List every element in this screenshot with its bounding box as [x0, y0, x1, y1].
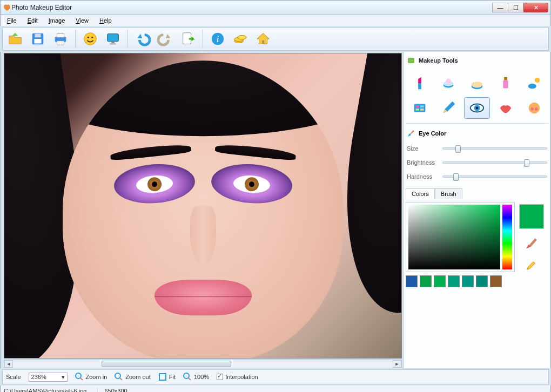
svg-point-8 [91, 37, 93, 38]
svg-point-28 [535, 78, 540, 83]
zoom-in-button[interactable]: Zoom in [75, 373, 107, 381]
swatch[interactable] [462, 275, 474, 287]
makeup-tools-header: Makeup Tools [406, 54, 548, 67]
swatch[interactable] [434, 275, 446, 287]
svg-rect-31 [415, 105, 419, 107]
swatch[interactable] [420, 275, 432, 287]
tool-bottle[interactable] [493, 72, 519, 94]
scale-label: Scale [6, 374, 21, 380]
paintbrush-icon[interactable] [525, 236, 539, 251]
svg-point-23 [446, 79, 451, 84]
suntan-icon [526, 75, 542, 91]
svg-point-42 [115, 373, 120, 379]
svg-text:i: i [217, 34, 219, 44]
scroll-thumb[interactable] [102, 361, 231, 367]
zoom-out-button[interactable]: Zoom out [115, 373, 150, 381]
fit-button[interactable]: Fit [158, 373, 176, 381]
scroll-right-arrow[interactable]: ► [393, 360, 401, 368]
scale-value: 236% [31, 374, 46, 380]
powder-icon [440, 75, 456, 91]
tool-lips[interactable] [493, 97, 519, 119]
size-label: Size [407, 145, 439, 152]
svg-rect-4 [57, 33, 64, 38]
horizontal-scrollbar[interactable]: ◄ ► [4, 360, 402, 368]
home-icon [255, 31, 271, 47]
tab-colors[interactable]: Colors [406, 188, 435, 199]
photo-canvas[interactable] [4, 53, 402, 359]
interpolation-checkbox[interactable]: Interpolation [217, 374, 258, 380]
svg-point-41 [76, 373, 81, 379]
svg-rect-32 [420, 105, 424, 107]
effects-button[interactable] [80, 29, 100, 49]
color-picker [406, 202, 515, 272]
svg-rect-43 [159, 374, 166, 380]
menu-edit[interactable]: Edit [23, 16, 42, 25]
svg-rect-33 [415, 109, 419, 111]
undo-button[interactable] [132, 29, 153, 49]
svg-rect-19 [408, 58, 414, 63]
swatch[interactable] [476, 275, 488, 287]
tool-powder[interactable] [435, 72, 461, 94]
menu-image[interactable]: Image [44, 16, 70, 25]
close-button[interactable]: ✕ [523, 3, 548, 12]
export-button[interactable] [178, 29, 198, 49]
menu-help[interactable]: Help [95, 16, 116, 25]
color-swatches [406, 272, 515, 290]
tool-foundation[interactable] [464, 72, 489, 94]
svg-rect-30 [414, 104, 425, 112]
svg-rect-2 [35, 34, 41, 38]
eyeshadow-icon [412, 100, 428, 116]
size-slider[interactable] [442, 147, 547, 150]
scale-combo[interactable]: 236% ▾ [29, 373, 68, 382]
hardness-slider-row: Hardness [406, 171, 548, 182]
zoom-bar: Scale 236% ▾ Zoom in Zoom out Fit 100% I… [2, 369, 549, 384]
svg-rect-20 [418, 83, 421, 89]
maximize-button[interactable]: ☐ [508, 3, 524, 12]
print-button[interactable] [50, 29, 71, 49]
info-button[interactable]: i [207, 29, 228, 49]
brightness-label: Brightness [407, 159, 439, 166]
hue-slider[interactable] [502, 205, 512, 269]
home-button[interactable] [253, 29, 273, 49]
canvas-area: ◄ ► [1, 52, 404, 368]
svg-point-38 [529, 103, 540, 114]
tab-brush[interactable]: Brush [435, 188, 462, 199]
svg-rect-26 [503, 80, 508, 88]
hundred-button[interactable]: 100% [183, 373, 209, 381]
tool-pencil[interactable] [435, 97, 461, 119]
tool-lipstick[interactable] [407, 72, 432, 94]
menu-file[interactable]: File [3, 16, 21, 25]
info-icon: i [210, 31, 226, 47]
eyedropper-icon[interactable] [525, 258, 539, 272]
svg-rect-9 [107, 34, 119, 42]
hardness-slider[interactable] [442, 175, 547, 178]
swatch[interactable] [448, 275, 460, 287]
svg-rect-10 [111, 42, 115, 44]
tool-eye-color[interactable] [464, 97, 489, 119]
status-bar: C:\Users\AMS\Pictures\sli-6.jpg 650x300 [0, 386, 551, 392]
swatch[interactable] [406, 275, 418, 287]
chevron-down-icon: ▾ [62, 374, 65, 381]
swatch[interactable] [490, 275, 502, 287]
brightness-slider[interactable] [442, 161, 547, 164]
scroll-left-arrow[interactable]: ◄ [4, 360, 13, 368]
lips-icon [498, 100, 514, 116]
screen-button[interactable] [103, 29, 123, 49]
tool-eyeshadow[interactable] [407, 97, 432, 119]
menu-view[interactable]: View [71, 16, 93, 25]
svg-point-29 [528, 84, 536, 89]
redo-icon [157, 31, 173, 47]
purchase-button[interactable] [230, 29, 251, 49]
tool-suntan[interactable] [522, 72, 547, 94]
sv-picker[interactable] [408, 205, 500, 269]
eye-icon [469, 100, 485, 116]
brightness-slider-row: Brightness [406, 157, 548, 168]
redo-button[interactable] [155, 29, 176, 49]
save-button[interactable] [28, 29, 48, 49]
open-icon [7, 31, 23, 47]
tool-rouge[interactable] [522, 97, 547, 119]
lipstick-icon [412, 75, 428, 91]
svg-rect-34 [420, 109, 424, 111]
minimize-button[interactable]: — [492, 3, 508, 12]
open-button[interactable] [5, 29, 25, 49]
